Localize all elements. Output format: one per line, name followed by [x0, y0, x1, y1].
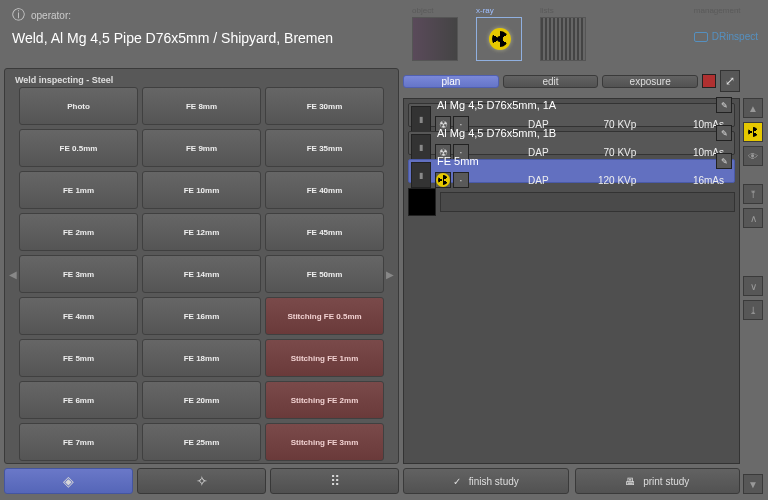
edit-icon[interactable]: ✎ [716, 97, 732, 113]
edit-icon[interactable]: ✎ [716, 125, 732, 141]
operator-label: operator: [31, 10, 71, 21]
edit-icon[interactable]: ✎ [716, 153, 732, 169]
preset-button[interactable]: FE 8mm [142, 87, 261, 125]
grid-arrow-left[interactable]: ◀ [9, 269, 17, 280]
preset-button[interactable]: Stitching FE 3mm [265, 423, 384, 461]
preset-button[interactable]: FE 45mm [265, 213, 384, 251]
finish-study-button[interactable]: ✓finish study [403, 468, 569, 494]
printer-icon: 🖶 [625, 476, 635, 487]
check-icon: ✓ [453, 476, 461, 487]
preset-button[interactable]: Stitching FE 1mm [265, 339, 384, 377]
jump-top-button[interactable]: ⤒ [743, 184, 763, 204]
preset-button[interactable]: FE 3mm [19, 255, 138, 293]
preset-button[interactable]: FE 14mm [142, 255, 261, 293]
entry-thumb: ▮ [411, 162, 431, 188]
exposure-entry[interactable]: ▮Al Mg 4,5 D76x5mm, 1A✎☢·DAP70 KVp10mAs [408, 103, 735, 127]
hdr-object-label: object [412, 6, 433, 15]
tab-plan[interactable]: plan [403, 75, 499, 88]
operator-icon: ⓘ [12, 6, 25, 24]
empty-bar [440, 192, 735, 212]
preset-button[interactable]: FE 20mm [142, 381, 261, 419]
preset-button[interactable]: FE 6mm [19, 381, 138, 419]
entry-title: Al Mg 4,5 D76x5mm, 1B [435, 127, 716, 139]
thumb-object[interactable] [412, 17, 458, 61]
preset-button[interactable]: Photo [19, 87, 138, 125]
exposure-entry[interactable]: ▮Al Mg 4,5 D76x5mm, 1B✎☢·DAP70 KVp10mAs [408, 131, 735, 155]
dots-icon: ⠿ [330, 473, 340, 489]
xray-mini-icon [435, 172, 451, 188]
preset-button[interactable]: FE 18mm [142, 339, 261, 377]
preset-button[interactable]: FE 9mm [142, 129, 261, 167]
mode-btn-1[interactable]: ◈ [4, 468, 133, 494]
entry-mas: 16mAs [646, 175, 732, 186]
preset-button[interactable]: FE 0.5mm [19, 129, 138, 167]
preset-button[interactable]: FE 50mm [265, 255, 384, 293]
sparkle-icon: ✧ [196, 473, 208, 489]
print-study-button[interactable]: 🖶print study [575, 468, 741, 494]
hdr-xray-label: x-ray [476, 6, 494, 15]
preset-button[interactable]: FE 30mm [265, 87, 384, 125]
entry-title: Al Mg 4,5 D76x5mm, 1A [435, 99, 716, 111]
record-indicator [702, 74, 716, 88]
entry-title: FE 5mm [435, 155, 716, 167]
crystal-icon: ◈ [63, 473, 74, 489]
empty-slot[interactable] [408, 187, 735, 217]
brand: DRinspect [694, 31, 758, 42]
preset-button[interactable]: FE 2mm [19, 213, 138, 251]
up-button[interactable]: ∧ [743, 208, 763, 228]
preset-button[interactable]: FE 25mm [142, 423, 261, 461]
exposure-entry[interactable]: ▮FE 5mm✎·DAP120 KVp16mAs [408, 159, 735, 183]
thumb-xray[interactable] [476, 17, 522, 61]
lock-icon[interactable]: · [453, 172, 469, 188]
preset-button[interactable]: FE 16mm [142, 297, 261, 335]
empty-thumb [408, 188, 436, 216]
eye-button[interactable]: 👁 [743, 146, 763, 166]
tab-exposure[interactable]: exposure [602, 75, 698, 88]
down-button[interactable]: ∨ [743, 276, 763, 296]
tab-edit[interactable]: edit [503, 75, 599, 88]
hdr-lists-label: lists [540, 6, 554, 15]
panel-title: Weld inspecting - Steel [9, 73, 394, 87]
preset-button[interactable]: FE 10mm [142, 171, 261, 209]
weld-title: Weld, Al Mg 4,5 Pipe D76x5mm / Shipyard,… [12, 30, 412, 46]
preset-button[interactable]: FE 5mm [19, 339, 138, 377]
entry-thumb: ▮ [411, 106, 431, 132]
scroll-up-button[interactable]: ▲ [743, 98, 763, 118]
scroll-down-button[interactable]: ▼ [743, 474, 763, 494]
preset-button[interactable]: FE 4mm [19, 297, 138, 335]
preset-button[interactable]: FE 1mm [19, 171, 138, 209]
preset-button[interactable]: FE 35mm [265, 129, 384, 167]
jump-bottom-button[interactable]: ⤓ [743, 300, 763, 320]
radiation-icon [489, 28, 511, 50]
radiation-toggle[interactable] [743, 122, 763, 142]
radiation-icon [746, 125, 760, 139]
preset-button[interactable]: FE 40mm [265, 171, 384, 209]
expand-button[interactable]: ⤢ [720, 70, 740, 92]
entry-kvp: 120 KVp [559, 175, 645, 186]
entry-thumb: ▮ [411, 134, 431, 160]
preset-button[interactable]: Stitching FE 0.5mm [265, 297, 384, 335]
hdr-mgmt-label: management [694, 6, 741, 15]
preset-button[interactable]: Stitching FE 2mm [265, 381, 384, 419]
preset-button[interactable]: FE 7mm [19, 423, 138, 461]
grid-arrow-right[interactable]: ▶ [386, 269, 394, 280]
mode-btn-2[interactable]: ✧ [137, 468, 266, 494]
entry-dap: DAP [471, 175, 557, 186]
mode-btn-3[interactable]: ⠿ [270, 468, 399, 494]
preset-button[interactable]: FE 12mm [142, 213, 261, 251]
thumb-lists[interactable] [540, 17, 586, 61]
